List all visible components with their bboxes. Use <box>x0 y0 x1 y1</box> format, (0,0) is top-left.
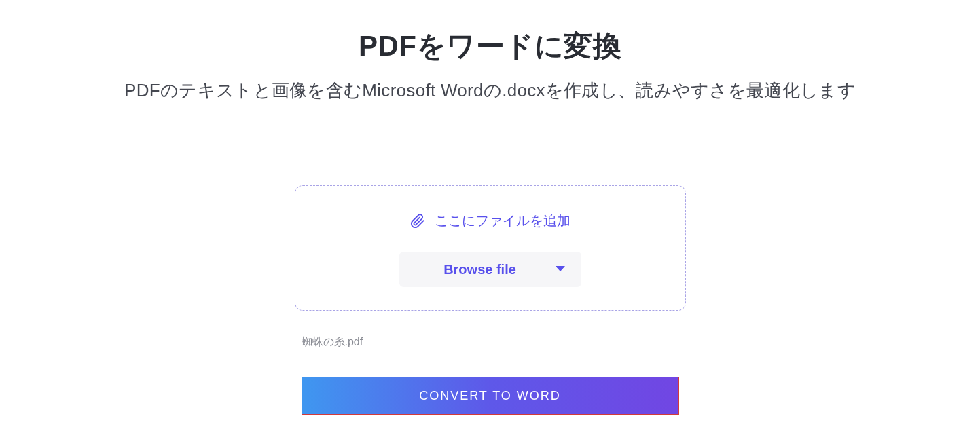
browse-file-button[interactable]: Browse file <box>399 252 581 287</box>
selected-filename: 蜘蛛の糸.pdf <box>302 336 363 347</box>
dropzone-label-row: ここにファイルを追加 <box>410 212 570 230</box>
convert-button-label: CONVERT TO WORD <box>419 389 561 403</box>
page-subtitle: PDFのテキストと画像を含むMicrosoft Wordの.docxを作成し、読… <box>124 79 856 102</box>
selected-file-row: 蜘蛛の糸.pdf <box>302 335 679 349</box>
convert-to-word-button[interactable]: CONVERT TO WORD <box>302 377 679 415</box>
dropzone-text: ここにファイルを追加 <box>435 212 570 230</box>
paperclip-icon <box>410 214 425 229</box>
svg-marker-0 <box>556 266 565 271</box>
page-title: PDFをワードに変換 <box>359 27 621 65</box>
caret-down-icon <box>556 266 565 273</box>
browse-file-label: Browse file <box>443 262 516 278</box>
file-dropzone[interactable]: ここにファイルを追加 Browse file <box>295 185 686 311</box>
